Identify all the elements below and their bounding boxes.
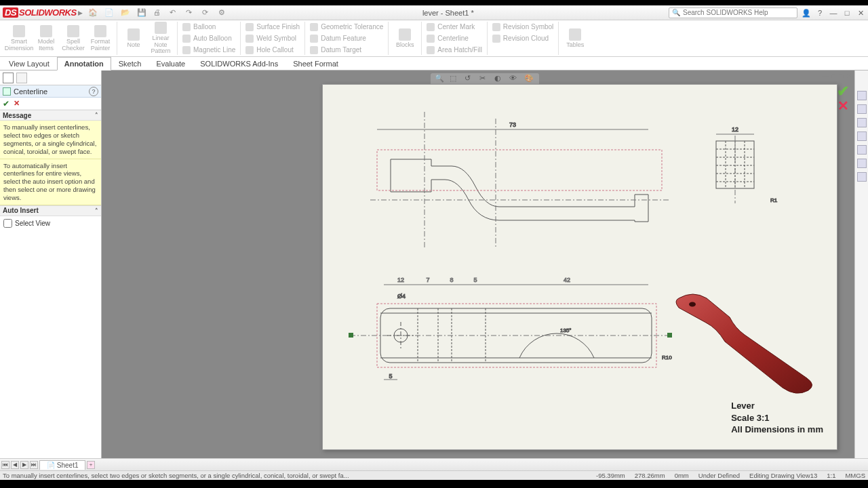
taskpane-forum-icon[interactable] xyxy=(857,172,867,182)
balloon-button[interactable]: Balloon xyxy=(180,22,237,33)
display-style-icon[interactable]: ◐ xyxy=(494,74,505,85)
confirm-corner-cancel-icon[interactable]: ✕ xyxy=(837,98,849,114)
revision-cloud-button[interactable]: Revision Cloud xyxy=(490,33,555,44)
drawing-sheet[interactable]: 73 12 xyxy=(322,84,837,450)
login-icon[interactable]: 👤 xyxy=(802,8,811,18)
zoom-fit-icon[interactable]: 🔍 xyxy=(435,74,446,85)
pm-cancel-icon[interactable]: ✕ xyxy=(14,99,20,108)
prev-view-icon[interactable]: ↺ xyxy=(465,74,475,85)
spell-checker-button[interactable]: SpellChecker xyxy=(60,24,87,53)
doc-max-icon[interactable]: □ xyxy=(831,72,835,79)
print-icon[interactable]: 🖨 xyxy=(153,8,163,18)
maximize-icon[interactable]: □ xyxy=(842,8,852,18)
sheet-tab-1[interactable]: 📄 Sheet1 xyxy=(39,460,85,470)
section-view-icon[interactable]: ✂ xyxy=(479,74,490,85)
hole-callout-button[interactable]: Hole Callout xyxy=(243,45,302,56)
pm-tab-feature-icon[interactable] xyxy=(3,73,14,83)
pm-title-text: Centerline xyxy=(14,87,47,96)
note-button[interactable]: Note xyxy=(120,27,147,49)
geometric-tolerance-button[interactable]: Geometric Tolerance xyxy=(308,22,385,33)
auto-balloon-button[interactable]: Auto Balloon xyxy=(180,33,237,44)
drawing-front-view[interactable]: 73 xyxy=(350,112,689,247)
centerline-button[interactable]: Centerline xyxy=(425,33,484,44)
status-state: Under Defined xyxy=(698,472,740,479)
task-pane xyxy=(854,70,868,458)
model-items-button[interactable]: ModelItems xyxy=(33,24,60,53)
format-painter-button[interactable]: FormatPainter xyxy=(87,24,114,53)
minimize-icon[interactable]: — xyxy=(829,8,838,18)
taskpane-appearance-icon[interactable] xyxy=(857,145,867,155)
tab-view-layout[interactable]: View Layout xyxy=(1,57,57,70)
tab-annotation[interactable]: Annotation xyxy=(57,57,111,70)
help-search-input[interactable]: 🔍Search SOLIDWORKS Help xyxy=(669,7,797,18)
sheet-first-icon[interactable]: ⏮ xyxy=(1,461,9,469)
tab-addins[interactable]: SOLIDWORKS Add-Ins xyxy=(193,57,285,70)
pm-ok-icon[interactable]: ✔ xyxy=(3,99,9,108)
tab-sheet-format[interactable]: Sheet Format xyxy=(285,57,346,70)
status-x: -95.39mm xyxy=(596,472,625,479)
drawing-side-view[interactable]: 12 R1 xyxy=(703,122,797,224)
linear-note-pattern-button[interactable]: Linear NotePattern xyxy=(147,20,174,56)
zoom-area-icon[interactable]: ⬚ xyxy=(450,74,460,85)
weld-symbol-button[interactable]: Weld Symbol xyxy=(243,33,302,44)
tab-sketch[interactable]: Sketch xyxy=(111,57,149,70)
edit-appearance-icon[interactable]: 🎨 xyxy=(524,74,535,85)
doc-min-icon[interactable]: — xyxy=(822,72,829,79)
magnetic-line-button[interactable]: Magnetic Line xyxy=(180,45,237,56)
pm-section-auto-insert[interactable]: Auto Insert˄ xyxy=(0,205,101,216)
save-icon[interactable]: 💾 xyxy=(137,8,146,18)
property-manager: Centerline ? ✔ ✕ Message˄ To manually in… xyxy=(0,70,102,458)
hide-show-icon[interactable]: 👁 xyxy=(509,74,520,85)
datum-feature-button[interactable]: Datum Feature xyxy=(308,33,385,44)
ribbon: SmartDimension ModelItems SpellChecker F… xyxy=(0,20,868,57)
status-scale[interactable]: 1:1 xyxy=(827,472,835,479)
doc-close-icon[interactable]: ✕ xyxy=(846,72,852,79)
qat-expand-icon[interactable]: ▶ xyxy=(78,9,83,16)
sheet-last-icon[interactable]: ⏭ xyxy=(30,461,38,469)
chevron-up-icon: ˄ xyxy=(95,207,98,214)
smart-dimension-button[interactable]: SmartDimension xyxy=(5,24,33,53)
home-icon[interactable]: 🏠 xyxy=(88,8,98,18)
datum-target-button[interactable]: Datum Target xyxy=(308,45,385,56)
close-icon[interactable]: ✕ xyxy=(856,8,865,18)
graphics-viewport[interactable]: 🔍 ⬚ ↺ ✂ ◐ 👁 🎨 ✔ ✕ 73 xyxy=(102,70,868,458)
taskpane-resources-icon[interactable] xyxy=(857,104,867,114)
center-mark-button[interactable]: Center Mark xyxy=(425,22,484,33)
taskpane-home-icon[interactable] xyxy=(857,91,867,100)
pm-section-message[interactable]: Message˄ xyxy=(0,110,101,121)
open-icon[interactable]: 📂 xyxy=(121,8,130,18)
drawing-top-view[interactable]: 12 7 8 5 42 Ø4 xyxy=(343,271,689,407)
doc-float-icon[interactable]: ◻ xyxy=(838,72,844,79)
svg-rect-43 xyxy=(349,333,353,338)
options-icon[interactable]: ⚙ xyxy=(218,8,228,18)
redo-icon[interactable]: ↷ xyxy=(186,8,195,18)
sheet-prev-icon[interactable]: ◀ xyxy=(11,461,19,469)
area-hatch-button[interactable]: Area Hatch/Fill xyxy=(425,45,484,56)
taskpane-props-icon[interactable] xyxy=(857,159,867,168)
select-view-input[interactable] xyxy=(3,219,12,228)
svg-text:5: 5 xyxy=(473,277,477,283)
drawing-iso-view[interactable] xyxy=(669,281,825,403)
sheet-add-icon[interactable]: ＋ xyxy=(87,461,95,469)
select-view-checkbox[interactable]: Select View xyxy=(3,219,98,228)
chevron-up-icon: ˄ xyxy=(95,112,98,119)
pm-tab-display-icon[interactable] xyxy=(16,73,27,83)
help-icon[interactable]: ? xyxy=(815,8,825,18)
taskpane-library-icon[interactable] xyxy=(857,118,867,127)
taskpane-palette-icon[interactable] xyxy=(857,131,867,141)
surface-finish-button[interactable]: Surface Finish xyxy=(243,22,302,33)
status-units[interactable]: MMGS xyxy=(845,472,865,479)
svg-text:R1: R1 xyxy=(770,197,778,203)
app-window: DSSOLIDWORKS ▶ 🏠 📄 📂 💾 🖨 ↶ ↷ ⟳ ⚙ lever -… xyxy=(0,5,868,480)
centerline-icon xyxy=(3,87,11,96)
blocks-button[interactable]: Blocks xyxy=(391,27,418,49)
sheet-next-icon[interactable]: ▶ xyxy=(20,461,28,469)
undo-icon[interactable]: ↶ xyxy=(170,8,179,18)
rebuild-icon[interactable]: ⟳ xyxy=(202,8,212,18)
new-icon[interactable]: 📄 xyxy=(104,8,114,18)
tab-evaluate[interactable]: Evaluate xyxy=(149,57,193,70)
pm-help-icon[interactable]: ? xyxy=(89,87,98,96)
svg-rect-5 xyxy=(377,150,662,190)
tables-button[interactable]: Tables xyxy=(561,27,589,49)
revision-symbol-button[interactable]: Revision Symbol xyxy=(490,22,555,33)
